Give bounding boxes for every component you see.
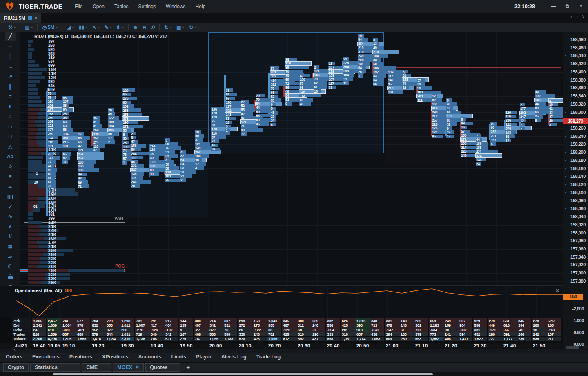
tab-close-icon[interactable]: ✕ bbox=[136, 365, 139, 370]
draw-tool-rectangle[interactable]: □ bbox=[5, 132, 16, 141]
table-cell: 626 bbox=[341, 318, 355, 323]
workspace-tab-quotes[interactable]: Quotes bbox=[145, 363, 180, 372]
menu-windows[interactable]: Windows bbox=[161, 0, 191, 13]
cluster-value: 122 bbox=[505, 122, 511, 126]
draw-tool-arrow[interactable]: ↗ bbox=[5, 72, 16, 81]
cluster-cell: 15 bbox=[314, 89, 321, 93]
tab-nav-prev-icon[interactable]: ‹ bbox=[570, 14, 572, 20]
table-cell: 826 bbox=[32, 332, 46, 336]
panel-tab-accounts[interactable]: Accounts bbox=[138, 354, 162, 361]
tab-nav-next-icon[interactable]: › bbox=[576, 14, 578, 20]
cluster-value: 49 bbox=[535, 90, 539, 94]
toolbar-zoom-out-button[interactable]: ⊖ bbox=[140, 23, 149, 32]
cluster-cell: 8 bbox=[461, 117, 466, 121]
panel-tab-trade-log[interactable]: Trade Log bbox=[256, 354, 281, 361]
draw-tool-list-lines[interactable]: ≡ bbox=[5, 172, 16, 181]
table-cell: 904 bbox=[458, 323, 472, 327]
axis-scrollbar-nub[interactable] bbox=[566, 346, 579, 349]
scroll-right-arrow[interactable]: › bbox=[585, 345, 586, 349]
toolbar-sort-arrows-button[interactable]: ⇅˅ bbox=[162, 23, 174, 32]
tab-close-icon[interactable]: × bbox=[35, 15, 38, 21]
draw-tool-wave[interactable]: ∿ bbox=[5, 212, 16, 221]
draw-tool-pitchfork[interactable]: ‖ bbox=[5, 102, 16, 111]
table-cell: 1,031 bbox=[120, 332, 134, 336]
workspace-tab-statistics[interactable]: Statistics bbox=[30, 363, 80, 372]
cluster-value: 72 bbox=[47, 184, 51, 188]
draw-tool-horizontal-ray[interactable]: → bbox=[5, 62, 16, 71]
minimize-button[interactable]: — bbox=[546, 0, 560, 13]
tab-nav-arrows: ‹›˅ bbox=[570, 14, 585, 20]
toolbar-wrench-button[interactable]: ⚒˅ bbox=[6, 23, 18, 32]
open-interest-pane[interactable]: OpenInterest (Bar, All)150 ✕ bbox=[0, 286, 563, 318]
draw-tool-circle[interactable]: ○ bbox=[5, 112, 16, 121]
draw-tool-bars-pattern[interactable]: |||| bbox=[5, 192, 16, 201]
cluster-value: 75 bbox=[211, 119, 215, 123]
price-axis[interactable]: 158,480158,460158,440158,420158,400158,3… bbox=[563, 32, 588, 349]
workspace-tab-crypto[interactable]: Crypto bbox=[3, 363, 29, 372]
draw-tool-ellipse[interactable]: ○ bbox=[2, 122, 18, 131]
toolbar-histogram-button[interactable]: ılı˅ bbox=[114, 23, 127, 32]
tab-riu21-5m[interactable]: RIU21 5M × bbox=[0, 13, 41, 23]
toolbar-zoom-in-button[interactable]: ⊕ bbox=[131, 23, 140, 32]
toolbar-folder-button[interactable]: ▤˅ bbox=[22, 23, 35, 32]
workspace-tab-moex[interactable]: MOEX✕ bbox=[113, 363, 144, 372]
draw-tool-star[interactable]: ☆ bbox=[5, 162, 16, 171]
draw-tool-eraser[interactable]: ▱ bbox=[5, 252, 16, 261]
chevron-down-icon: ˅ bbox=[122, 23, 124, 32]
draw-tool-arrows-corner[interactable]: ↙ bbox=[5, 202, 16, 211]
cluster-value: 250 bbox=[93, 128, 98, 132]
price-axis-label: 157,940 bbox=[570, 254, 586, 259]
toolbar-calendar-button[interactable]: ▦˅ bbox=[174, 23, 187, 32]
menu-tables[interactable]: Tables bbox=[109, 0, 134, 13]
panel-tab-xpositions[interactable]: XPositions bbox=[102, 354, 129, 361]
draw-tool-parallel-lines[interactable]: ∥ bbox=[5, 82, 16, 91]
footprint-chart[interactable]: RIU21 (MOEX) O: 158,330 H: 158,330 L: 15… bbox=[20, 32, 563, 286]
draw-tool-lock[interactable] bbox=[5, 272, 16, 281]
menu-help[interactable]: Help bbox=[191, 0, 211, 13]
scrollbar-thumb[interactable] bbox=[53, 373, 433, 375]
toolbar-interval-button[interactable]: ◷5M˅ bbox=[40, 23, 60, 32]
draw-tool-trend-line[interactable]: ╱ bbox=[5, 32, 16, 41]
draw-tool-hatch[interactable]: // bbox=[5, 232, 16, 241]
profile-sell-part bbox=[28, 277, 45, 280]
draw-tool-curve[interactable]: ☾ bbox=[5, 262, 16, 271]
draw-tool-horizontal-line[interactable]: ─ bbox=[5, 42, 16, 51]
cluster-cell: 254 bbox=[131, 152, 152, 155]
draw-tool-channel[interactable]: = bbox=[5, 92, 16, 101]
toolbar-pencil-button[interactable]: ✎˅ bbox=[102, 23, 114, 32]
panel-tab-executions[interactable]: Executions bbox=[32, 354, 60, 361]
toolbar-bars-button[interactable]: ▮▮˅ bbox=[76, 23, 90, 32]
restore-button[interactable]: ⧉ bbox=[560, 0, 574, 13]
cluster-value: 120 bbox=[149, 160, 155, 164]
draw-tool-text[interactable]: Aa bbox=[5, 152, 16, 161]
toolbar-refresh-button[interactable]: ↻˅ bbox=[187, 23, 199, 32]
tab-nav-more-icon[interactable]: ˅ bbox=[582, 14, 585, 20]
cluster-value: 148 bbox=[461, 153, 466, 157]
draw-tool-vertical-line[interactable]: │ bbox=[5, 52, 16, 61]
table-cell: 333 bbox=[326, 332, 340, 336]
table-cell: -99 bbox=[414, 327, 428, 332]
panel-tab-positions[interactable]: Positions bbox=[69, 354, 92, 361]
panel-tab-player[interactable]: Player bbox=[196, 354, 212, 361]
cluster-cell: 33 bbox=[225, 88, 233, 92]
draw-tool-angle[interactable]: ∧ bbox=[5, 222, 16, 231]
toolbar-cursor-button[interactable]: ↖˅ bbox=[90, 23, 102, 32]
workspace-tab-cme[interactable]: CME bbox=[82, 363, 111, 372]
cluster-cell: 5 bbox=[490, 142, 496, 146]
menu-open[interactable]: Open bbox=[88, 0, 109, 13]
panel-tab-alerts-log[interactable]: Alerts Log bbox=[221, 354, 247, 361]
draw-tool-triangle[interactable]: △ bbox=[5, 142, 16, 151]
toolbar-zoom-button[interactable]: ⚲ bbox=[149, 23, 157, 32]
scroll-left-arrow[interactable]: ‹ bbox=[14, 347, 16, 352]
menu-file[interactable]: File bbox=[70, 0, 87, 13]
panel-tab-limits[interactable]: Limits bbox=[172, 354, 187, 361]
panel-tab-orders[interactable]: Orders bbox=[6, 354, 22, 361]
menu-settings[interactable]: Settings bbox=[134, 0, 161, 13]
toolbar-chart-style-button[interactable]: ◢˅ bbox=[65, 23, 76, 32]
close-button[interactable]: × bbox=[574, 0, 588, 13]
cluster-cell: 5 bbox=[402, 70, 408, 73]
add-tab-button[interactable]: + bbox=[186, 364, 190, 371]
draw-tool-triple-lines[interactable]: ≣ bbox=[5, 242, 16, 251]
draw-tool-levels[interactable]: ≍ bbox=[5, 182, 16, 191]
table-close-icon[interactable]: ✕ bbox=[552, 319, 555, 323]
